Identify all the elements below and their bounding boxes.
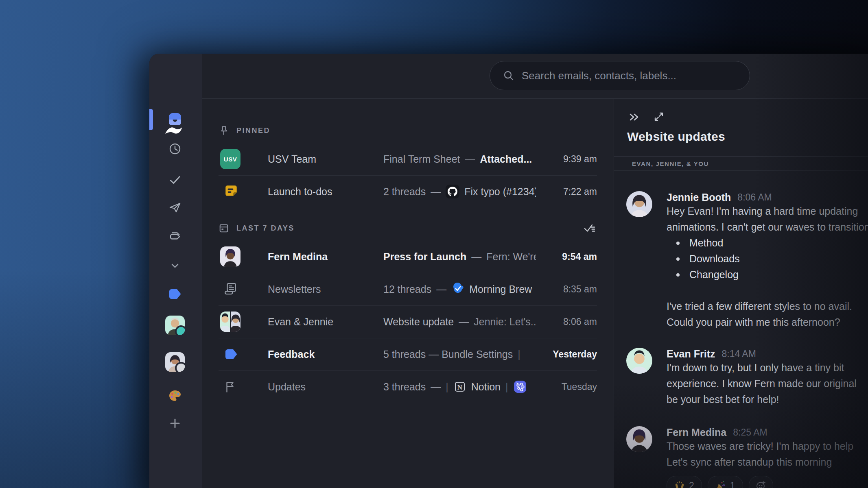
bullet-item: Downloads (667, 251, 868, 267)
email-list: PINNED USV USV Team Final Term Sheet — A… (202, 99, 614, 488)
row-sender: USV Team (268, 143, 316, 175)
sender-name: Fern Medina (667, 427, 726, 438)
message-line: animations. I can't get our waves to tra… (667, 219, 868, 235)
notion-icon: N (453, 380, 466, 393)
row-sender: Fern Medina (268, 240, 328, 273)
fern-avatar (220, 246, 241, 267)
label-icon (168, 287, 182, 301)
thread-panel: Website updates EVAN, JENNIE, & YOU Jenn… (614, 99, 868, 488)
row-time: 7:22 am (563, 175, 597, 208)
search-input[interactable] (521, 69, 744, 83)
plus-icon (169, 417, 181, 429)
message-time: 8:06 AM (737, 192, 772, 203)
sidebar-item-account-2[interactable] (165, 352, 185, 372)
bullet-item: Changelog (667, 267, 868, 283)
message-time: 8:25 AM (733, 427, 767, 438)
message-line: experience. I know Fern made our origina… (667, 376, 868, 392)
chevron-down-icon (170, 261, 180, 270)
evan-avatar (626, 348, 652, 374)
row-sender: Updates (268, 370, 306, 403)
row-sender: Newsletters (268, 273, 321, 305)
morning-brew-icon (451, 283, 464, 296)
sidebar-item-more[interactable] (170, 261, 180, 270)
row-preview: Press for Launch — Fern: We're... (383, 240, 536, 273)
sidebar-item-theme[interactable] (168, 389, 182, 403)
sidebar-item-snoozed[interactable] (168, 142, 181, 155)
screenshot-stage: PINNED USV USV Team Final Term Sheet — A… (0, 0, 868, 488)
sidebar-item-drafts[interactable] (168, 230, 181, 243)
row-time: 9:54 am (562, 240, 597, 273)
expand-thread-button[interactable] (653, 111, 665, 122)
reaction-party-popper[interactable]: 1 (708, 476, 743, 488)
status-dot-online (175, 325, 185, 335)
email-row-evan-jennie[interactable]: Evan & Jennie Website update — Jennie: L… (219, 305, 597, 338)
email-row-launch-todos[interactable]: Launch to-dos 2 threads — Fix typo (#123… (219, 175, 597, 208)
search-icon (503, 70, 514, 81)
send-icon (168, 201, 181, 214)
jennie-avatar (626, 191, 652, 217)
message-line: Those waves are tricky! I'm happy to hel… (667, 438, 868, 454)
expand-icon (653, 111, 665, 122)
mark-all-done-button[interactable] (581, 220, 597, 236)
row-time: 8:35 am (563, 273, 597, 305)
row-preview: Website update — Jennie: Let's... (383, 305, 536, 338)
fern-avatar (626, 426, 652, 452)
status-dot-away (175, 362, 185, 372)
sidebar-item-add[interactable] (169, 417, 181, 429)
email-row-newsletters[interactable]: Newsletters 12 threads — Morning Brew | … (219, 273, 597, 305)
message-header: Fern Medina 8:25 AM (667, 426, 868, 438)
avatar-jennie (231, 312, 241, 332)
active-nav-indicator (149, 109, 153, 130)
email-row-updates[interactable]: Updates 3 threads — | N Notion | Tuesday (219, 370, 597, 403)
row-sender: Launch to-dos (268, 175, 332, 208)
note-icon (223, 184, 239, 199)
message-time: 8:14 AM (722, 349, 756, 359)
reactions-row: 2 1 (667, 476, 773, 488)
email-row-feedback[interactable]: Feedback 5 threads — Bundle Settings | Y… (219, 338, 597, 370)
check-all-icon (582, 221, 596, 235)
section-header-last7days: LAST 7 DAYS (219, 220, 597, 236)
section-header-pinned: PINNED (219, 122, 597, 139)
message-header: Jennie Booth 8:06 AM (667, 191, 868, 203)
message-line: Hey Evan! I'm having a hard time updatin… (667, 203, 868, 219)
reaction-count: 2 (689, 480, 694, 488)
sender-name: Evan Fritz (667, 348, 715, 360)
message-line: Let's sync after standup this morning (667, 454, 868, 470)
collapse-panel-button[interactable] (628, 111, 640, 123)
message-line: I've tried a few different styles to no … (667, 298, 868, 314)
sidebar (149, 54, 202, 488)
inbox-icon (167, 111, 183, 127)
row-time: Yesterday (553, 338, 597, 370)
sidebar-item-label-feedback[interactable] (168, 287, 182, 301)
section-label: LAST 7 DAYS (236, 224, 295, 233)
tag-stack-icon (168, 230, 181, 243)
sidebar-item-done[interactable] (168, 173, 181, 186)
row-preview: 3 threads — | N Notion | (383, 370, 536, 403)
row-time: 9:39 am (563, 143, 597, 175)
add-reaction-icon (756, 480, 766, 488)
app-dots-icon (513, 380, 527, 394)
search-bar[interactable] (490, 61, 750, 90)
message-line: be your best bet for help! (667, 392, 868, 407)
clock-icon (168, 142, 181, 155)
flag-icon (223, 380, 236, 393)
row-preview: 5 threads — Bundle Settings | (383, 338, 536, 370)
add-reaction-button[interactable] (749, 476, 773, 488)
avatar-woman (165, 352, 185, 372)
sidebar-item-inbox[interactable] (167, 111, 183, 127)
label-icon (223, 347, 239, 361)
sidebar-item-sent[interactable] (168, 201, 181, 214)
reaction-raised-hands[interactable]: 2 (667, 476, 702, 488)
message-line: Could you pair with me this afternoon? (667, 314, 868, 330)
row-preview: 2 threads — Fix typo (#1234) | (383, 175, 536, 208)
reaction-count: 1 (730, 480, 735, 488)
avatar-evan (220, 312, 230, 332)
message-header: Evan Fritz 8:14 AM (667, 348, 868, 360)
email-row-fern-medina[interactable]: Fern Medina Press for Launch — Fern: We'… (219, 240, 597, 273)
row-time: Tuesday (562, 370, 597, 403)
avatar-man (165, 316, 185, 335)
calendar-icon (219, 223, 229, 233)
svg-text:N: N (457, 383, 463, 391)
email-row-usv-team[interactable]: USV USV Team Final Term Sheet — Attached… (219, 143, 597, 175)
sidebar-item-account-1[interactable] (165, 316, 185, 335)
